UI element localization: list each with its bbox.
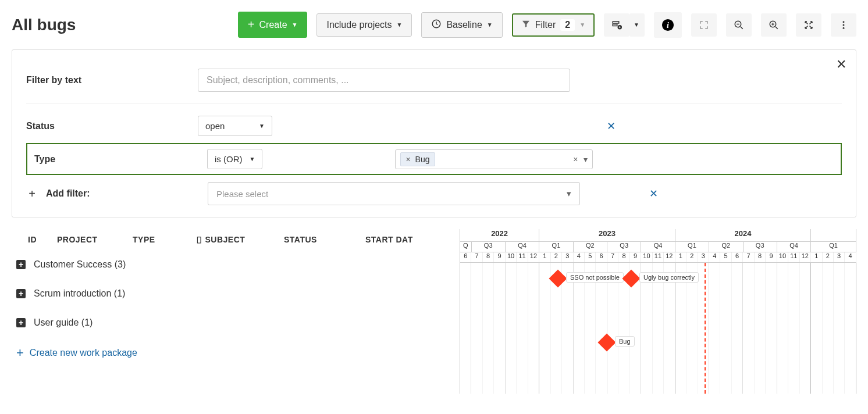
chevron-down-icon: ▼ xyxy=(487,22,493,28)
gantt-row: Bug xyxy=(460,327,856,359)
svg-rect-2 xyxy=(613,24,617,26)
expand-icon[interactable]: + xyxy=(16,260,26,269)
plus-icon: + xyxy=(248,18,255,31)
data-area: ID PROJECT TYPE ⌷ SUBJECT STATUS START D… xyxy=(12,229,856,394)
gantt-month: 1 xyxy=(539,252,550,262)
create-work-package-link[interactable]: + Create new work package xyxy=(12,337,460,369)
table-pane: ID PROJECT TYPE ⌷ SUBJECT STATUS START D… xyxy=(12,229,460,394)
gantt-month: 12 xyxy=(664,252,675,262)
fullscreen-button[interactable] xyxy=(691,13,717,37)
gantt-month: 5 xyxy=(720,252,731,262)
clock-icon xyxy=(431,19,442,31)
gantt-month: 5 xyxy=(585,252,596,262)
chevron-down-icon: ▼ xyxy=(579,22,585,28)
caret-down-icon[interactable]: ▾ xyxy=(584,155,588,164)
gantt-quarter: Q1 xyxy=(811,242,856,252)
gantt-month: 12 xyxy=(800,252,811,262)
table-row[interactable]: +User guide (1) xyxy=(12,308,460,337)
gantt-quarter: Q3 xyxy=(472,242,506,252)
th-project[interactable]: PROJECT xyxy=(57,235,133,244)
th-status[interactable]: STATUS xyxy=(284,235,365,244)
milestone-diamond[interactable] xyxy=(622,269,640,287)
svg-point-10 xyxy=(843,27,845,28)
gantt-month: 3 xyxy=(698,252,709,262)
svg-text:i: i xyxy=(667,20,669,29)
filter-button[interactable]: Filter 2 ▼ xyxy=(512,13,595,37)
caret-down-icon: ▾ xyxy=(567,188,571,199)
include-projects-button[interactable]: Include projects ▼ xyxy=(316,13,412,37)
gantt-dropdown[interactable]: ▼ xyxy=(629,13,645,37)
filter-status-select[interactable]: open ▼ xyxy=(198,116,272,136)
filter-count-badge: 2 xyxy=(560,19,575,31)
remove-status-filter[interactable]: ✕ xyxy=(607,120,616,133)
expand-button[interactable] xyxy=(796,13,821,37)
baseline-button[interactable]: Baseline ▼ xyxy=(421,12,502,38)
expand-icon[interactable]: + xyxy=(16,318,26,327)
gantt-pane: 202220232024 QQ3Q4Q1Q2Q3Q4Q1Q2Q3Q4Q1 678… xyxy=(460,229,856,394)
gantt-month: 10 xyxy=(641,252,652,262)
th-id[interactable]: ID xyxy=(16,235,57,244)
milestone-label: SSO not possible xyxy=(566,272,624,283)
gantt-month: 4 xyxy=(574,252,585,262)
caret-down-icon: ▼ xyxy=(259,123,265,129)
filter-text-input[interactable] xyxy=(198,69,570,92)
create-button[interactable]: + Create ▼ xyxy=(238,12,308,38)
gantt-month: 9 xyxy=(494,252,505,262)
gantt-month: 10 xyxy=(506,252,517,262)
toolbar: All bugs + Create ▼ Include projects ▼ B… xyxy=(0,0,868,49)
gantt-month: 12 xyxy=(528,252,539,262)
th-subject[interactable]: ⌷ SUBJECT xyxy=(197,235,284,244)
gantt-month: 11 xyxy=(517,252,528,262)
gantt-quarter: Q1 xyxy=(675,242,709,252)
th-type[interactable]: TYPE xyxy=(133,235,197,244)
filter-type-chip: × Bug xyxy=(400,152,435,166)
expand-icon[interactable]: + xyxy=(16,289,26,298)
plus-icon: + xyxy=(26,187,38,201)
gantt-year xyxy=(811,229,856,241)
filter-panel: ✕ Filter by text Status open ▼ ✕ Type is… xyxy=(12,49,856,217)
gantt-month: 4 xyxy=(709,252,720,262)
filter-status-value: open xyxy=(205,121,225,131)
filter-text-row: Filter by text xyxy=(26,62,842,99)
th-start[interactable]: START DAT xyxy=(365,235,453,244)
row-label: Scrum introduction (1) xyxy=(34,288,125,299)
filter-text-label: Filter by text xyxy=(26,75,198,85)
gantt-quarter: Q2 xyxy=(574,242,607,252)
milestone-label: Ugly bug correctly xyxy=(639,272,699,283)
clear-icon[interactable]: × xyxy=(573,155,578,164)
milestone-label: Bug xyxy=(615,336,635,347)
filter-type-operator[interactable]: is (OR) ▼ xyxy=(207,149,262,169)
gantt-month: 2 xyxy=(823,252,834,262)
gantt-month: 7 xyxy=(743,252,754,262)
gantt-month: 8 xyxy=(755,252,766,262)
milestone-diamond[interactable] xyxy=(549,269,567,287)
info-button[interactable]: i xyxy=(654,12,682,38)
zoom-in-button[interactable] xyxy=(761,13,787,37)
table-row[interactable]: +Scrum introduction (1) xyxy=(12,279,460,308)
gantt-month: 6 xyxy=(460,252,471,262)
filter-type-row: Type is (OR) ▼ × Bug × ▾ xyxy=(26,143,842,175)
milestone-diamond[interactable] xyxy=(597,333,616,351)
filter-status-label: Status xyxy=(26,121,198,131)
gantt-year: 2022 xyxy=(460,229,539,241)
filter-type-value-box[interactable]: × Bug × ▾ xyxy=(395,149,593,169)
filter-type-chip-label: Bug xyxy=(415,155,430,164)
gantt-add-icon[interactable] xyxy=(604,13,629,37)
gantt-month: 1 xyxy=(675,252,686,262)
table-row[interactable]: +Customer Success (3) xyxy=(12,250,460,279)
more-button[interactable] xyxy=(831,13,856,37)
zoom-out-button[interactable] xyxy=(726,13,752,37)
close-icon[interactable]: ✕ xyxy=(836,57,846,72)
add-filter-select[interactable]: Please select ▾ xyxy=(208,182,580,205)
gantt-toggle-group: ▼ xyxy=(604,13,645,37)
gantt-month: 8 xyxy=(483,252,494,262)
gantt-row: SSO not possibleUgly bug correctly xyxy=(460,263,856,295)
gantt-quarter: Q3 xyxy=(607,242,641,252)
gantt-month: 2 xyxy=(686,252,698,262)
remove-type-filter[interactable]: ✕ xyxy=(649,187,658,200)
chevron-down-icon: ▼ xyxy=(634,22,639,28)
gantt-month: 11 xyxy=(653,252,664,262)
gantt-quarter: Q3 xyxy=(744,242,777,252)
gantt-month: 9 xyxy=(630,252,641,262)
remove-chip-icon[interactable]: × xyxy=(405,155,410,164)
